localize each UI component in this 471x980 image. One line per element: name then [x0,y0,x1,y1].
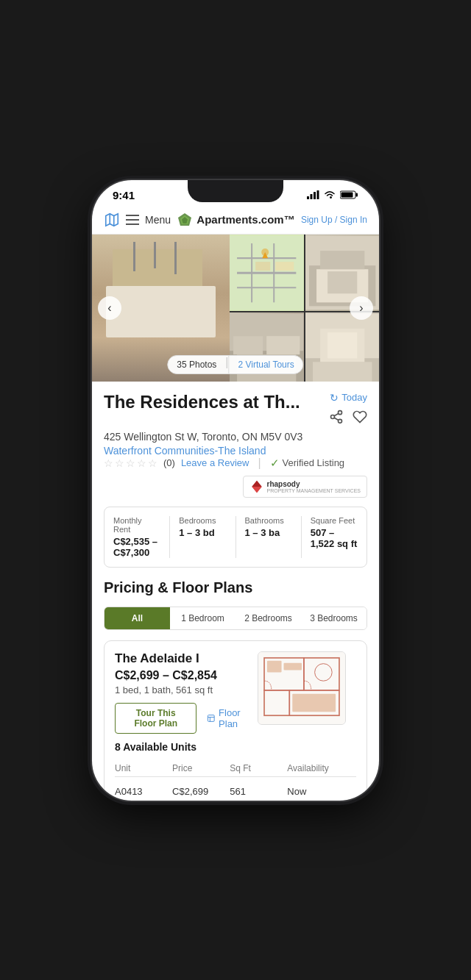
today-label: Today [341,392,367,403]
map-icon[interactable] [104,212,120,228]
svg-rect-54 [267,660,282,672]
tab-1-bedroom[interactable]: 1 Bedroom [170,607,236,629]
stat-bathrooms: Bathrooms 1 – 3 ba [236,516,302,558]
stat-sqft: Square Feet 507 – 1,522 sq ft [302,516,366,558]
table-row: A0413 C$2,699 561 Now [115,780,356,801]
property-title: The Residences at Th... [104,392,329,412]
bedrooms-value: 1 – 3 bd [179,527,226,538]
apartments-logo-icon [177,212,193,228]
available-units-title: 8 Available Units [115,741,356,753]
status-icons [307,190,358,199]
favorite-icon[interactable] [353,409,367,428]
col-availability: Availability [287,763,356,773]
tab-3-bedrooms[interactable]: 3 Bedrooms [301,607,366,629]
svg-rect-19 [275,262,294,271]
svg-rect-25 [320,251,364,269]
col-sqft: Sq Ft [230,763,287,773]
rating-count: (0) [163,457,175,468]
svg-point-38 [331,415,335,418]
col-unit: Unit [115,763,172,773]
rhapsody-logo: rhapsody PROPERTY MANAGEMENT SERVICES [243,476,367,498]
rating-separator: | [258,457,261,470]
rhapsody-icon [249,479,264,494]
unit-avail-1: Now [287,786,356,797]
svg-rect-2 [314,192,316,199]
leave-review-link[interactable]: Leave a Review [181,457,249,468]
battery-icon [340,190,358,199]
signal-icon [307,190,319,199]
bedroom-tabs: All 1 Bedroom 2 Bedrooms 3 Bedrooms [104,607,367,630]
hamburger-icon[interactable] [126,215,139,225]
svg-point-21 [261,248,269,256]
floor-plan-thumbnail[interactable] [258,651,346,725]
verified-badge: ✓ Verified Listing [270,457,345,470]
today-button[interactable]: ↻ Today [330,392,367,404]
stat-rent: Monthly Rent C$2,535 – C$7,300 [105,516,170,558]
sqft-value: 507 – 1,522 sq ft [311,527,358,549]
col-price: Price [172,763,230,773]
verified-label: Verified Listing [283,457,345,468]
star-4: ☆ [137,457,146,469]
nav-left: Menu [104,212,171,228]
svg-point-39 [339,419,342,423]
floor-plan-card: The Adelaide I C$2,699 – C$2,854 1 bed, … [104,640,367,801]
units-table-header: Unit Price Sq Ft Availability [115,760,356,777]
property-address: 425 Wellington St W, Toronto, ON M5V 0V3 [104,431,367,443]
stars: ☆ ☆ ☆ ☆ ☆ [104,457,157,469]
gallery-room2 [305,312,379,382]
floor-plan-name: The Adelaide I [115,651,250,666]
nav-bar: Menu Apartments.com™ Sign Up / Sign In [92,206,379,235]
floor-plan-link-icon [207,712,216,724]
bathrooms-label: Bathrooms [245,516,292,525]
floor-plan-info: The Adelaide I C$2,699 – C$2,854 1 bed, … [115,651,250,734]
menu-label[interactable]: Menu [145,214,171,226]
floor-plan-link[interactable]: Floor Plan [207,707,250,729]
property-neighborhood[interactable]: Waterfront Communities-The Island [104,445,367,457]
wifi-icon [324,190,336,199]
photos-count-badge[interactable]: 35 Photos [168,356,225,373]
rating-row: ☆ ☆ ☆ ☆ ☆ (0) Leave a Review | ✓ Verifie… [104,457,367,498]
tab-2-bedrooms[interactable]: 2 Bedrooms [236,607,301,629]
star-1: ☆ [104,457,113,469]
share-icon[interactable] [329,409,344,428]
gallery-next-button[interactable]: › [350,296,373,320]
virtual-tours-badge[interactable]: 2 Virtual Tours [228,356,302,373]
svg-rect-3 [317,190,319,199]
photo-gallery: ‹ › 35 Photos | 2 Virtual Tours [92,235,379,382]
rhapsody-name: rhapsody [267,480,361,488]
star-2: ☆ [115,457,124,469]
floor-plan-image [258,652,345,724]
brand-name: Apartments.com™ [196,213,294,226]
map-preview [230,235,303,311]
unit-price-1: C$2,699 [172,786,230,797]
tour-floor-plan-button[interactable]: Tour This Floor Plan [115,703,196,734]
svg-rect-36 [327,332,357,358]
floor-plan-price: C$2,699 – C$2,854 [115,669,250,682]
room2-photo [305,312,379,382]
stats-bar: Monthly Rent C$2,535 – C$7,300 Bedrooms … [104,507,367,568]
floor-plan-details: 1 bed, 1 bath, 561 sq ft [115,684,250,695]
sign-in-link[interactable]: Sign Up / Sign In [301,215,367,225]
pricing-section: Pricing & Floor Plans All 1 Bedroom 2 Be… [92,576,379,801]
svg-point-37 [339,410,342,414]
rent-value: C$2,535 – C$7,300 [113,536,160,558]
bathrooms-value: 1 – 3 ba [245,527,292,538]
stat-bedrooms: Bedrooms 1 – 3 bd [170,516,236,558]
brand-logo: Apartments.com™ [177,212,294,228]
units-table: Unit Price Sq Ft Availability A0413 C$2,… [115,760,356,801]
verified-check-icon: ✓ [270,457,280,470]
property-info: The Residences at Th... ↻ Today [92,382,379,498]
svg-rect-57 [292,693,336,711]
svg-line-40 [334,418,339,420]
svg-line-41 [334,413,339,415]
svg-rect-34 [313,362,372,381]
units-section: 8 Available Units Unit Price Sq Ft Avail… [105,741,366,801]
tab-all[interactable]: All [105,607,170,629]
gallery-map [230,235,303,311]
gallery-prev-button[interactable]: ‹ [98,296,121,320]
status-time: 9:41 [113,189,135,201]
pricing-title: Pricing & Floor Plans [104,579,367,596]
svg-rect-55 [284,662,302,670]
svg-rect-31 [266,336,300,354]
svg-marker-43 [252,480,261,486]
